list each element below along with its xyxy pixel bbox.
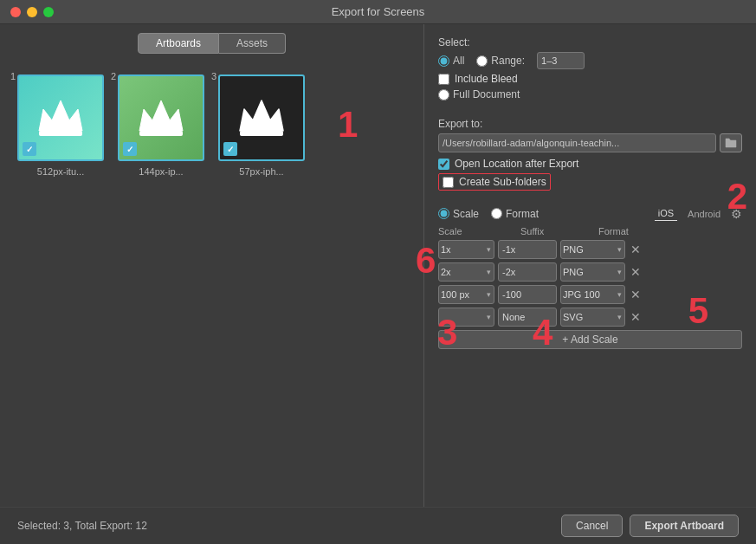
select-radio-group: All Range:	[438, 52, 742, 69]
full-document-radio-item[interactable]: Full Document	[438, 88, 520, 100]
format-dropdown-3[interactable]: PNGJPG 100SVG	[560, 308, 625, 327]
scale-select-1[interactable]: 1x2x3x100 px	[438, 262, 494, 282]
open-location-label: Open Location after Export	[455, 158, 578, 170]
scale-dropdown-3[interactable]: 1x2x100 px	[438, 308, 494, 327]
create-subfolders-checkbox[interactable]	[443, 177, 454, 188]
add-scale-button[interactable]: + Add Scale	[438, 330, 742, 349]
tab-bar: Artboards Assets	[0, 33, 423, 54]
format-select-3[interactable]: PNGJPG 100SVG	[560, 308, 625, 327]
maximize-button[interactable]	[43, 7, 54, 17]
format-dropdown-0[interactable]: PNGJPG 100SVG	[560, 240, 625, 259]
scale-dropdown-1[interactable]: 1x2x3x100 px	[438, 262, 494, 282]
remove-row-3[interactable]: ✕	[630, 310, 641, 324]
suffix-input-1[interactable]	[498, 262, 557, 282]
export-to-label: Export to:	[438, 118, 742, 130]
all-radio-item[interactable]: All	[438, 55, 464, 67]
suffix-input-2[interactable]	[498, 285, 557, 304]
remove-row-2[interactable]: ✕	[630, 288, 641, 301]
format-select-1[interactable]: PNGJPG 100SVG	[560, 262, 625, 282]
format-radio-item[interactable]: Format	[491, 208, 539, 220]
scale-select-3[interactable]: 1x2x100 px	[438, 308, 494, 327]
tab-assets[interactable]: Assets	[219, 33, 286, 54]
svg-rect-0	[39, 131, 82, 136]
all-label: All	[453, 55, 464, 67]
scale-format-tabs: Scale Format iOS Android ⚙	[438, 206, 742, 221]
range-label: Range:	[491, 55, 525, 67]
format-row-1: 1x2x3x100 px PNGJPG 100SVG ✕	[438, 262, 742, 282]
range-radio[interactable]	[476, 55, 488, 67]
format-dropdown-2[interactable]: PNGJPG 100SVG	[560, 285, 625, 304]
export-artboard-button[interactable]: Export Artboard	[630, 515, 739, 537]
suffix-input-0[interactable]	[498, 240, 557, 259]
include-bleed-checkbox[interactable]	[438, 74, 449, 85]
format-select-0[interactable]: PNGJPG 100SVG	[560, 240, 625, 259]
format-select-2[interactable]: PNGJPG 100SVG	[560, 285, 625, 304]
scale-format-section: Scale Format iOS Android ⚙ Scale Suffix	[438, 206, 742, 349]
svg-rect-1	[139, 131, 183, 136]
titlebar: Export for Screens	[0, 0, 756, 24]
full-document-radio[interactable]	[438, 89, 449, 100]
footer-bar: Selected: 3, Total Export: 12 Cancel Exp…	[0, 507, 756, 544]
artboard-item-1[interactable]: 512px-itu... 1	[17, 74, 104, 177]
open-location-checkbox[interactable]	[438, 159, 449, 170]
create-subfolders-row: Create Sub-folders	[438, 173, 551, 191]
folder-button[interactable]	[720, 133, 742, 152]
full-document-label: Full Document	[453, 88, 520, 100]
remove-row-1[interactable]: ✕	[630, 265, 641, 279]
check-1	[23, 142, 36, 156]
col-format-header: Format	[598, 226, 685, 236]
create-subfolders-label: Create Sub-folders	[459, 176, 546, 188]
include-bleed-label: Include Bleed	[455, 73, 518, 85]
check-3	[223, 142, 237, 156]
artboard-thumb-2[interactable]	[118, 74, 204, 161]
check-2	[123, 142, 137, 156]
suffix-input-3[interactable]	[498, 308, 557, 327]
formats-header: Scale Suffix Format	[438, 226, 742, 236]
range-input[interactable]	[537, 52, 585, 69]
window-controls	[10, 7, 54, 17]
right-panel: Select: All Range: Include Bleed	[424, 24, 756, 544]
remove-row-0[interactable]: ✕	[630, 243, 641, 256]
left-panel: Artboards Assets 512px-itu... 1	[0, 24, 424, 544]
range-radio-item[interactable]: Range:	[476, 55, 525, 67]
minimize-button[interactable]	[27, 7, 37, 17]
footer-buttons: Cancel Export Artboard	[561, 515, 739, 537]
tab-artboards[interactable]: Artboards	[138, 33, 219, 54]
svg-rect-2	[240, 131, 283, 136]
gear-icon[interactable]: ⚙	[731, 207, 742, 221]
scale-select-0[interactable]: 1x2x3x100 px	[438, 240, 494, 259]
select-section: Select: All Range: Include Bleed	[438, 36, 742, 104]
artboard-number-2: 2	[111, 71, 116, 81]
android-tab[interactable]: Android	[684, 207, 724, 221]
ios-tab[interactable]: iOS	[655, 206, 677, 221]
artboard-thumb-3[interactable]	[218, 74, 305, 161]
cancel-button[interactable]: Cancel	[561, 515, 623, 537]
export-path-input[interactable]	[438, 133, 716, 152]
artboard-item-2[interactable]: 144px-ip... 2	[118, 74, 204, 177]
export-path-row	[438, 133, 742, 152]
format-radio[interactable]	[491, 208, 502, 219]
scale-radio[interactable]	[438, 208, 449, 219]
close-button[interactable]	[10, 7, 21, 17]
artboard-item-3[interactable]: 57px-iph... 3	[218, 74, 305, 177]
select-label: Select:	[438, 36, 742, 49]
artboard-grid: 512px-itu... 1 144px-ip... 2	[0, 66, 423, 507]
artboard-thumb-1[interactable]	[17, 74, 104, 161]
col-suffix-header: Suffix	[520, 226, 598, 236]
all-radio[interactable]	[438, 55, 449, 67]
scale-dropdown-0[interactable]: 1x2x3x100 px	[438, 240, 494, 259]
artboard-number-3: 3	[211, 71, 216, 81]
scale-radio-item[interactable]: Scale	[438, 208, 479, 220]
footer-status: Selected: 3, Total Export: 12	[17, 520, 147, 532]
scale-select-2[interactable]: 1x2x3x100 px	[438, 285, 494, 304]
format-row-3: 1x2x100 px PNGJPG 100SVG ✕	[438, 308, 742, 327]
platform-tabs: iOS Android ⚙	[655, 206, 742, 221]
format-dropdown-1[interactable]: PNGJPG 100SVG	[560, 262, 625, 282]
artboard-label-1: 512px-itu...	[37, 166, 84, 177]
scale-dropdown-2[interactable]: 1x2x3x100 px	[438, 285, 494, 304]
format-label: Format	[506, 208, 539, 220]
artboard-label-2: 144px-ip...	[139, 166, 183, 177]
format-row-0: 1x2x3x100 px PNGJPG 100SVG ✕	[438, 240, 742, 259]
export-to-section: Export to: Open Location after Export C	[438, 118, 742, 194]
col-scale-header: Scale	[438, 226, 520, 236]
